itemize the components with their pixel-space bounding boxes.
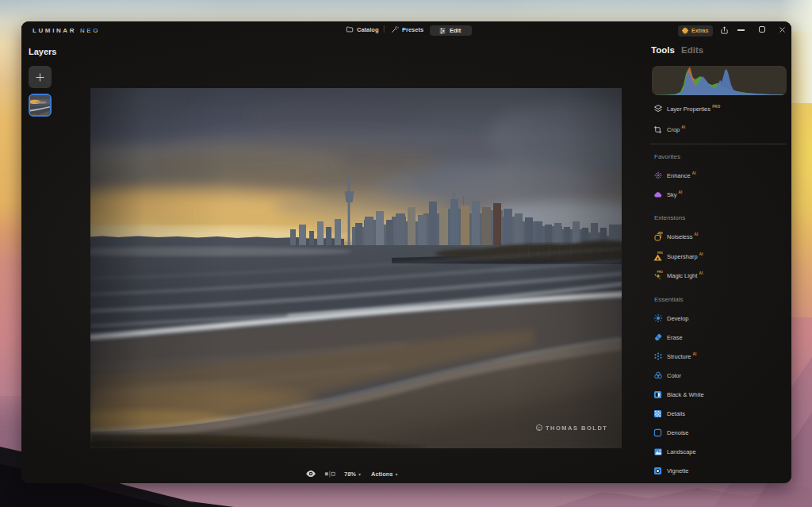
svg-text:PRO: PRO [657,271,663,274]
svg-text:C: C [538,426,541,431]
svg-text:PRO: PRO [658,232,663,235]
svg-text:THOMAS BOLDT: THOMAS BOLDT [546,424,607,432]
svg-text:PRO: PRO [657,252,663,255]
